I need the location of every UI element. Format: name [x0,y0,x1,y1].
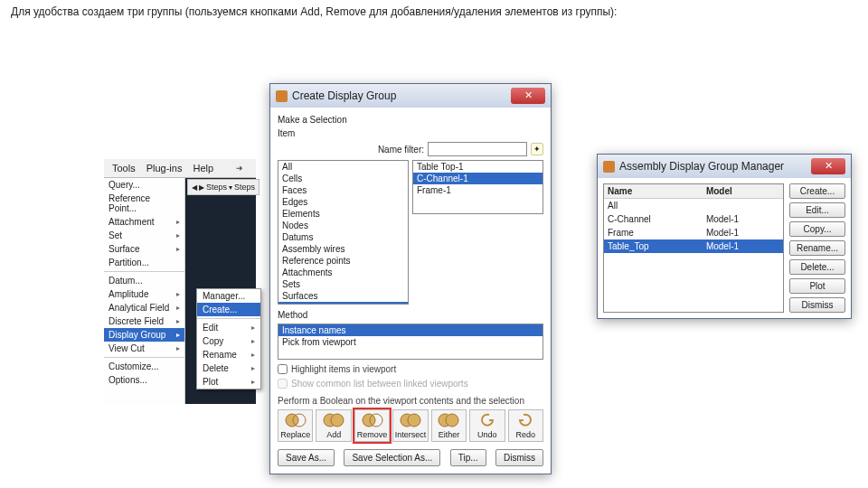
list-item[interactable]: Cells [278,173,408,184]
titlebar: Create Display Group ✕ [270,84,551,108]
tools-menu[interactable]: Query...Reference Point...AttachmentSetS… [104,178,185,404]
boolean-either-button[interactable]: Either [431,409,467,442]
item-list[interactable]: AllCellsFacesEdgesElementsNodesDatumsAss… [278,160,409,305]
submenu-item[interactable]: Copy [197,334,260,348]
rename--button[interactable]: Rename... [789,240,845,256]
common-label: Show common list between linked viewport… [291,379,468,389]
highlight-label: Highlight items in viewport [291,364,396,374]
submenu-item[interactable]: Delete [197,361,260,375]
list-item[interactable]: Edges [278,196,408,208]
menu-item[interactable]: Datum... [104,274,184,287]
menu-item[interactable]: View Cut [104,342,184,355]
menu-item[interactable]: Surface [104,242,184,256]
list-item[interactable]: Table Top-1 [413,161,542,173]
create-display-group-window: Create Display Group ✕ Make a Selection … [269,83,552,474]
table-row[interactable]: Table_TopModel-1 [604,239,783,253]
list-item[interactable]: Faces [278,184,408,196]
svg-point-7 [408,414,420,427]
list-item[interactable]: Attachments [278,267,408,278]
common-checkbox [278,379,288,389]
menu-panel: Tools Plug-ins Help ➜ ◀ ▶ Steps ▾ Steps … [104,159,256,404]
boolean-remove-button[interactable]: Remove [354,409,390,442]
list-item[interactable]: Surfaces [278,290,408,302]
list-item[interactable]: Assembly wires [278,243,408,255]
method-label: Method [278,310,543,320]
menubar-nav: ➜ [227,162,252,174]
tip--button[interactable]: Tip... [450,449,486,466]
menu-item[interactable]: Query... [104,178,184,192]
close-button[interactable]: ✕ [811,158,845,174]
plot-button[interactable]: Plot [789,278,845,294]
displaygroup-submenu[interactable]: Manager...Create...EditCopyRenameDeleteP… [196,288,261,389]
tip-icon[interactable]: ✦ [531,143,543,155]
menu-item[interactable]: Display Group [104,328,184,342]
svg-point-0 [286,414,298,427]
menu-item[interactable]: Discrete Field [104,314,184,328]
boolean-buttons: ReplaceAddRemoveIntersectEitherUndoRedo [278,409,543,442]
menu-item[interactable]: Amplitude [104,287,184,301]
submenu-item[interactable]: Plot [197,375,260,389]
list-item[interactable]: Frame-1 [413,184,542,196]
name-filter-input[interactable] [428,142,527,156]
item-label: Item [278,128,543,138]
edit--button[interactable]: Edit... [789,202,845,218]
col-name-header: Name [604,184,703,198]
menu-item[interactable]: Set [104,229,184,242]
submenu-item[interactable]: Edit [197,321,260,334]
save-selection-as--button[interactable]: Save Selection As... [344,449,440,466]
submenu-item[interactable]: Manager... [197,289,260,303]
dismiss-button[interactable]: Dismiss [495,449,543,466]
display-group-manager-window: Assembly Display Group Manager ✕ Name Mo… [597,154,852,319]
steps-combo[interactable]: ◀ ▶ Steps ▾ Steps [187,179,259,195]
name-filter-label: Name filter: [378,145,424,155]
menu-tools[interactable]: Tools [108,162,140,174]
create--button[interactable]: Create... [789,183,845,199]
menu-item[interactable]: Partition... [104,256,184,269]
save-as--button[interactable]: Save As... [278,449,335,466]
window-title: Assembly Display Group Manager [619,160,784,173]
menu-help[interactable]: Help [188,162,218,174]
submenu-item[interactable]: Create... [197,303,260,316]
list-item[interactable]: Pick from viewport [278,336,542,348]
menu-item[interactable]: Customize... [104,360,184,373]
boolean-intersect-button[interactable]: Intersect [392,409,428,442]
menu-plugins[interactable]: Plug-ins [142,162,187,174]
instance-list[interactable]: Table Top-1C-Channel-1Frame-1 [412,160,543,214]
bottom-buttons: Save As...Save Selection As...Tip...Dism… [278,449,543,466]
list-item[interactable]: Elements [278,208,408,220]
group-list[interactable]: Name Model AllC-ChannelModel-1FrameModel… [603,183,784,313]
menu-item[interactable]: Options... [104,373,184,387]
boolean-add-button[interactable]: Add [316,409,351,442]
boolean-replace-button[interactable]: Replace [278,409,313,442]
svg-point-9 [446,414,458,427]
table-row[interactable]: FrameModel-1 [604,226,783,239]
dismiss-button[interactable]: Dismiss [789,297,845,313]
menubar: Tools Plug-ins Help ➜ [104,159,256,178]
list-item[interactable]: Part/Model instances [278,302,408,305]
menu-item[interactable]: Attachment [104,215,184,229]
list-item[interactable]: Instance names [278,324,542,336]
list-item[interactable]: Nodes [278,220,408,231]
svg-point-4 [363,414,375,427]
window-title: Create Display Group [292,89,396,102]
boolean-undo-button[interactable]: Undo [469,409,505,442]
list-item[interactable]: Datums [278,231,408,243]
boolean-redo-button[interactable]: Redo [508,409,543,442]
table-row[interactable]: All [604,199,783,212]
menu-item[interactable]: Analytical Field [104,301,184,314]
list-item[interactable]: C-Channel-1 [413,173,542,184]
manager-buttons: Create...Edit...Copy...Rename...Delete..… [789,183,845,313]
menu-item[interactable]: Reference Point... [104,192,184,215]
list-item[interactable]: All [278,161,408,173]
method-list[interactable]: Instance namesPick from viewport [278,324,543,360]
list-item[interactable]: Sets [278,278,408,290]
col-model-header: Model [703,184,783,198]
delete--button[interactable]: Delete... [789,259,845,275]
table-row[interactable]: C-ChannelModel-1 [604,212,783,226]
boolean-text: Perform a Boolean on the viewport conten… [278,396,543,406]
submenu-item[interactable]: Rename [197,348,260,361]
close-button[interactable]: ✕ [511,88,545,104]
highlight-checkbox[interactable] [278,364,288,374]
list-item[interactable]: Reference points [278,255,408,267]
copy--button[interactable]: Copy... [789,221,845,237]
